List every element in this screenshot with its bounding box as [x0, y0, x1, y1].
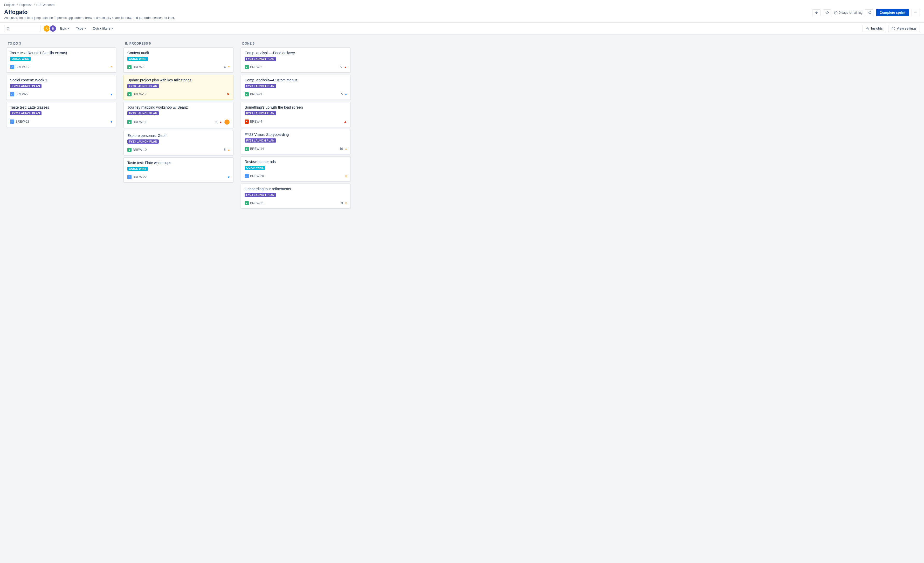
card[interactable]: Taste test: Round 1 (vanilla extract) QU… — [6, 48, 116, 73]
column-header-done: DONE 6 — [238, 39, 353, 48]
card-id: ▲ BREW-3 — [244, 92, 262, 96]
card-id-text: BREW-10 — [133, 148, 147, 152]
search-box[interactable] — [4, 25, 40, 32]
breadcrumb-projects[interactable]: Projects — [4, 3, 15, 7]
card[interactable]: Update project plan with key milestones … — [123, 75, 234, 100]
column-header-todo: TO DO 3 — [4, 39, 118, 48]
story-points: 5 — [215, 120, 217, 124]
card[interactable]: Onboarding tour refinements FY23 LAUNCH … — [241, 184, 351, 209]
story-icon: ▲ — [244, 147, 249, 151]
card-tag: FY23 LAUNCH PLAN — [128, 111, 159, 115]
card-id: ▲ BREW-17 — [128, 92, 147, 96]
type-filter-button[interactable]: Type ▾ — [74, 25, 88, 31]
card-id-text: BREW-11 — [133, 120, 147, 124]
epic-filter-label: Epic — [60, 27, 67, 30]
card-tag: FY23 LAUNCH PLAN — [128, 139, 159, 144]
avatar-2[interactable]: B — [49, 25, 57, 32]
card-id: ✓ BREW-5 — [10, 92, 27, 96]
svg-point-9 — [916, 12, 917, 12]
card[interactable]: Comp. analysis—Food delivery FY23 LAUNCH… — [241, 48, 351, 73]
card-title: Comp. analysis—Custom menus — [244, 78, 347, 82]
task-icon: ✓ — [128, 175, 132, 179]
svg-point-12 — [893, 28, 894, 29]
svg-line-5 — [869, 13, 870, 13]
breadcrumb-espresso[interactable]: Espresso — [20, 3, 32, 7]
card-id-text: BREW-22 — [133, 175, 147, 179]
card[interactable]: Social content: Week 1 FY23 LAUNCH PLAN … — [6, 75, 116, 100]
card-tag: QUICK WINS — [10, 57, 31, 61]
toolbar: A B Epic ▾ Type ▾ Quick filters ▾ Insigh… — [0, 22, 924, 34]
search-input[interactable] — [11, 27, 38, 30]
card-id-text: BREW-12 — [16, 65, 29, 69]
breadcrumb-board: BREW board — [36, 3, 54, 7]
card-title: Social content: Week 1 — [10, 78, 112, 82]
card[interactable]: Content audit QUICK WINS ▲ BREW-1 4 ≡ — [123, 48, 234, 73]
card-tag: FY23 LAUNCH PLAN — [244, 84, 276, 88]
settings-icon — [892, 27, 895, 30]
view-settings-button[interactable]: View settings — [888, 25, 920, 32]
card-meta: ▲ — [344, 120, 347, 123]
svg-line-11 — [9, 29, 9, 30]
share-button[interactable] — [865, 9, 873, 16]
story-icon: ▲ — [128, 148, 132, 152]
expand-icon[interactable]: ▾ — [228, 175, 230, 179]
card-id: ✓ BREW-22 — [128, 175, 147, 179]
board: TO DO 3 Taste test: Round 1 (vanilla ext… — [0, 34, 924, 556]
insights-button[interactable]: Insights — [862, 25, 886, 32]
card-id: ▲ BREW-21 — [244, 201, 264, 205]
avatar-filters[interactable]: A B — [43, 25, 56, 32]
card-footer: ✓ BREW-20 ≡ — [244, 174, 347, 178]
days-remaining: 0 days remaining — [834, 11, 862, 15]
card[interactable]: Taste test: Flate white cups QUICK WINS … — [123, 157, 234, 183]
more-options-button[interactable] — [912, 9, 920, 16]
card-meta: 4 ≡ — [224, 65, 230, 69]
card-footer: ✓ BREW-12 ≡ — [10, 65, 112, 69]
card-id: ✓ BREW-23 — [10, 120, 29, 124]
star-icon — [825, 11, 829, 15]
page-title: Affogato — [4, 8, 175, 16]
expand-icon[interactable]: ▾ — [345, 92, 347, 96]
card[interactable]: Taste test: Latte glasses FY23 LAUNCH PL… — [6, 102, 116, 127]
card-tag: FY23 LAUNCH PLAN — [244, 193, 276, 197]
card-footer: ▲ BREW-2 5 ▲ — [244, 65, 347, 69]
card[interactable]: Something's up with the load screen FY23… — [241, 102, 351, 127]
card[interactable]: Review banner ads QUICK WINS ✓ BREW-20 ≡ — [241, 156, 351, 181]
card[interactable]: FY23 Vision: Storyboarding FY23 LAUNCH P… — [241, 129, 351, 154]
card-meta: 5 ▲ — [215, 120, 230, 125]
card-title: Review banner ads — [244, 160, 347, 164]
priority-high-icon: ▲ — [219, 120, 222, 124]
expand-icon[interactable]: ▾ — [111, 120, 112, 124]
expand-icon[interactable]: ▾ — [111, 92, 112, 96]
card-footer: ▲ BREW-1 4 ≡ — [128, 65, 230, 69]
card-id-text: BREW-17 — [133, 93, 147, 96]
card-footer: ▲ BREW-3 5 ▾ — [244, 92, 347, 96]
complete-sprint-button[interactable]: Complete sprint — [876, 9, 909, 16]
card-title: Update project plan with key milestones — [128, 78, 230, 82]
card-footer: ▲ BREW-17 ⚑ — [128, 92, 230, 96]
story-icon: ▲ — [128, 120, 132, 124]
card[interactable]: Explore personas: Geoff FY23 LAUNCH PLAN… — [123, 130, 234, 155]
card-footer: ✓ BREW-5 ▾ — [10, 92, 112, 96]
breadcrumb: Projects / Espresso / BREW board — [4, 2, 920, 8]
story-icon: ▲ — [244, 201, 249, 205]
card[interactable]: Comp. analysis—Custom menus FY23 LAUNCH … — [241, 75, 351, 100]
column-done: DONE 6 Comp. analysis—Food delivery FY23… — [238, 39, 353, 211]
card-id: ▲ BREW-14 — [244, 147, 264, 151]
card-tag: FY23 LAUNCH PLAN — [244, 57, 276, 61]
card-meta: 5 ≡ — [224, 148, 230, 152]
card[interactable]: Journey mapping workshop w/ Beanz FY23 L… — [123, 102, 234, 128]
epic-filter-button[interactable]: Epic ▾ — [58, 25, 71, 31]
story-points: 4 — [224, 65, 226, 69]
task-icon: ✓ — [10, 120, 14, 124]
star-button[interactable] — [823, 9, 831, 16]
card-id: ✓ BREW-20 — [244, 174, 264, 178]
svg-point-4 — [870, 13, 871, 14]
quick-filters-button[interactable]: Quick filters ▾ — [90, 25, 115, 31]
story-points: 5 — [341, 93, 343, 96]
type-filter-label: Type — [76, 27, 83, 30]
card-id-text: BREW-3 — [250, 93, 262, 96]
card-footer: ▲ BREW-11 5 ▲ — [128, 120, 230, 125]
lightning-button[interactable] — [812, 9, 820, 16]
card-id-text: BREW-1 — [133, 65, 145, 69]
card-meta: 10 ≡ — [339, 147, 347, 151]
